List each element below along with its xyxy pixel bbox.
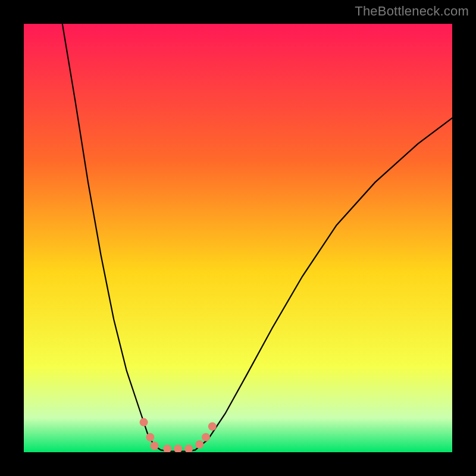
marker-dot	[195, 440, 203, 449]
marker-dot	[146, 433, 154, 441]
marker-dot	[184, 444, 193, 452]
marker-dot	[208, 422, 217, 431]
marker-dot	[202, 433, 210, 441]
marker-dot	[151, 441, 159, 450]
curve-layer	[24, 24, 452, 452]
plot-area	[24, 24, 452, 452]
marker-dot	[140, 418, 148, 427]
marker-dots	[140, 418, 217, 452]
watermark-text: TheBottleneck.com	[355, 4, 469, 19]
bottleneck-curve	[62, 24, 452, 452]
marker-dot	[174, 444, 182, 452]
outer-frame: TheBottleneck.com	[0, 0, 476, 476]
marker-dot	[163, 444, 171, 452]
